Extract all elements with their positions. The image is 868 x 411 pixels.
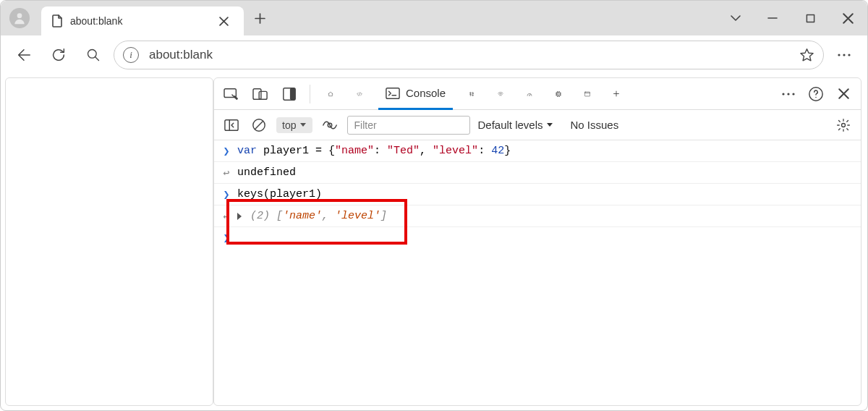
- window-controls: [720, 4, 867, 33]
- page-icon: [51, 14, 63, 27]
- svg-rect-8: [259, 91, 267, 99]
- console-code: var player1 = {"name": "Ted", "level": 4…: [237, 145, 511, 157]
- svg-point-21: [792, 93, 794, 95]
- browser-navbar: i about:blank: [1, 35, 867, 75]
- svg-rect-11: [386, 88, 399, 98]
- memory-tab[interactable]: [548, 78, 569, 110]
- minimize-button[interactable]: [756, 4, 789, 33]
- content-area: Console top Filter: [1, 75, 867, 411]
- address-bar[interactable]: i about:blank: [114, 41, 824, 69]
- log-levels-label: Default levels: [477, 119, 542, 131]
- devtools-tabstrip: Console: [214, 78, 861, 110]
- separator: [310, 85, 310, 103]
- console-tab-label: Console: [406, 87, 446, 99]
- console-result: (2) ['name', 'level']: [250, 210, 387, 222]
- dock-side-icon[interactable]: [279, 84, 299, 104]
- console-output-row: ↩ undefined: [214, 162, 861, 184]
- help-icon[interactable]: [806, 84, 826, 104]
- browser-menu-button[interactable]: [830, 41, 859, 69]
- console-tab[interactable]: Console: [378, 78, 453, 110]
- issues-label[interactable]: No Issues: [571, 119, 619, 131]
- live-expression-icon[interactable]: [320, 115, 340, 135]
- svg-rect-10: [290, 88, 295, 99]
- window-titlebar: about:blank: [1, 1, 867, 35]
- search-button[interactable]: [79, 41, 108, 69]
- svg-point-4: [843, 54, 845, 56]
- console-icon: [386, 87, 400, 100]
- tab-close-button[interactable]: [213, 11, 234, 31]
- maximize-button[interactable]: [793, 4, 827, 33]
- toggle-sidebar-icon[interactable]: [221, 115, 242, 135]
- site-info-icon[interactable]: i: [123, 47, 139, 63]
- console-output: ❯ var player1 = {"name": "Ted", "level":…: [214, 140, 861, 405]
- filter-placeholder: Filter: [354, 119, 376, 131]
- console-prompt-row[interactable]: ❯: [214, 227, 861, 249]
- context-label: top: [282, 119, 296, 131]
- svg-point-19: [782, 93, 784, 95]
- tabs-dropdown[interactable]: [720, 4, 752, 33]
- device-toggle-icon[interactable]: [250, 84, 271, 104]
- console-input-row: ❯ keys(player1): [214, 184, 861, 206]
- devtools-more-icon[interactable]: [778, 84, 799, 104]
- more-tabs-button[interactable]: [606, 78, 626, 110]
- svg-rect-7: [253, 88, 261, 99]
- sources-tab[interactable]: [461, 78, 482, 110]
- svg-point-3: [838, 54, 840, 56]
- console-settings-icon[interactable]: [833, 115, 854, 135]
- svg-rect-18: [584, 92, 590, 96]
- input-prompt-icon: ❯: [221, 232, 231, 245]
- svg-point-23: [815, 96, 816, 97]
- network-tab[interactable]: [490, 78, 511, 110]
- svg-rect-16: [557, 92, 561, 96]
- svg-point-15: [529, 95, 530, 96]
- svg-rect-17: [558, 93, 559, 94]
- browser-tab[interactable]: about:blank: [41, 7, 244, 35]
- close-window-button[interactable]: [831, 4, 864, 33]
- console-toolbar: top Filter Default levels No Issues: [214, 110, 861, 140]
- input-prompt-icon: ❯: [221, 145, 231, 158]
- new-tab-button[interactable]: [250, 8, 270, 28]
- elements-tab[interactable]: [349, 78, 370, 110]
- output-icon: ↩: [221, 210, 231, 223]
- devtools-close-icon[interactable]: [833, 84, 854, 104]
- page-viewport: [5, 77, 213, 406]
- application-tab[interactable]: [577, 78, 597, 110]
- svg-point-0: [17, 13, 22, 18]
- output-icon: ↩: [221, 166, 231, 179]
- svg-point-27: [842, 123, 846, 127]
- favorite-icon[interactable]: [799, 48, 814, 63]
- devtools-panel: Console top Filter: [213, 77, 861, 406]
- console-code: keys(player1): [237, 188, 322, 200]
- chevron-down-icon: [299, 122, 307, 128]
- expand-caret-icon[interactable]: [237, 213, 242, 220]
- chevron-down-icon: [546, 122, 553, 128]
- svg-point-20: [787, 93, 789, 95]
- profile-avatar[interactable]: [9, 8, 30, 28]
- svg-rect-1: [807, 14, 814, 22]
- svg-point-13: [472, 93, 473, 93]
- back-button[interactable]: [9, 41, 38, 69]
- welcome-tab[interactable]: [320, 78, 341, 110]
- svg-point-12: [470, 93, 471, 94]
- inspect-icon[interactable]: [221, 84, 242, 104]
- svg-point-14: [501, 96, 501, 96]
- tab-title: about:blank: [70, 15, 206, 27]
- context-selector[interactable]: top: [276, 117, 312, 133]
- input-prompt-icon: ❯: [221, 188, 231, 201]
- console-output-row[interactable]: ↩ (2) ['name', 'level']: [214, 206, 861, 227]
- svg-point-5: [848, 54, 850, 56]
- url-text: about:blank: [149, 48, 789, 62]
- log-levels-dropdown[interactable]: Default levels: [477, 119, 553, 131]
- performance-tab[interactable]: [519, 78, 540, 110]
- clear-console-icon[interactable]: [249, 115, 269, 135]
- console-result: undefined: [237, 166, 296, 179]
- console-input-row: ❯ var player1 = {"name": "Ted", "level":…: [214, 140, 861, 162]
- refresh-button[interactable]: [44, 41, 73, 69]
- filter-input[interactable]: Filter: [347, 116, 470, 135]
